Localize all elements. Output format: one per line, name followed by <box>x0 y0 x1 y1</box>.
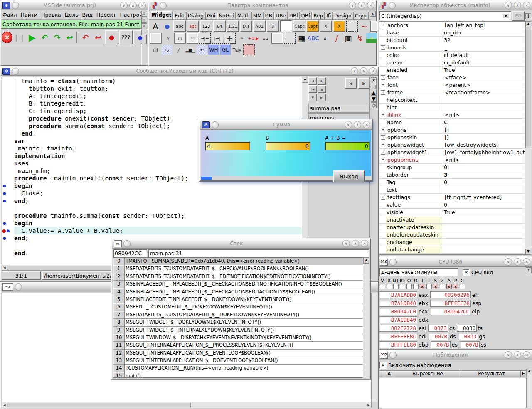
run-to-cursor-button[interactable]: ↶ <box>80 31 91 44</box>
flag-checkbox-I[interactable]: × <box>419 284 426 289</box>
property-value[interactable]: True <box>442 209 525 215</box>
gutter[interactable] <box>2 92 14 100</box>
register-value-cs[interactable]: 0073 <box>428 325 448 332</box>
palette-component-icon[interactable]: + <box>224 33 236 44</box>
palette-component-icon[interactable]: ▫▫ <box>260 33 271 43</box>
gutter[interactable] <box>2 160 14 167</box>
history-button[interactable]: ◀ <box>345 78 357 89</box>
gutter[interactable]: ●● <box>2 227 14 234</box>
register-value-gs[interactable]: 0033 <box>458 333 478 340</box>
nav-button[interactable]: ▲ <box>318 85 326 93</box>
stack-location-field[interactable]: main.pas:31 <box>148 249 369 258</box>
palette-component-icon[interactable]: 64 <box>213 20 226 32</box>
flag-checkbox-V[interactable] <box>379 284 386 289</box>
property-row-optionsskin[interactable]: +optionsskin[] <box>379 134 525 141</box>
scroll-up-icon[interactable]: ▲ <box>370 11 376 17</box>
palette-component-icon[interactable]: ▢ <box>174 33 186 44</box>
property-value[interactable]: cr_default <box>442 59 525 66</box>
window-menu-button[interactable] <box>160 2 167 9</box>
scroll-up-icon[interactable]: ▲ <box>525 21 531 27</box>
value-input[interactable]: 4 <box>205 142 250 150</box>
palette-component-icon[interactable]: 123 <box>200 20 212 32</box>
gutter[interactable]: ● <box>2 190 14 197</box>
property-row-color[interactable]: colorcl_default <box>379 52 525 59</box>
close-button[interactable]: × <box>361 240 368 247</box>
expand-icon[interactable]: + <box>381 143 385 147</box>
register-value-ss[interactable]: 007B <box>460 341 480 348</box>
palette-component-icon[interactable]: abc <box>187 20 199 32</box>
minimize-button[interactable]: ∨ <box>345 121 352 128</box>
flag-checkbox-D[interactable] <box>412 284 419 289</box>
register-value-ebx[interactable]: B7A1DB40 <box>379 300 417 307</box>
maximize-button[interactable]: ∧ <box>514 351 521 359</box>
stack-address-field[interactable]: 080942CC <box>113 249 147 258</box>
inspector-spinner[interactable]: ↕ <box>525 13 531 19</box>
toggle-breakpoint-button[interactable]: ● <box>105 30 118 44</box>
palette-scroll-up[interactable]: ▲ <box>370 11 375 17</box>
code-text[interactable]: A: tintegeredit; <box>14 92 302 100</box>
property-value[interactable]: True <box>442 67 525 73</box>
scroll-right-icon[interactable]: ▶ <box>366 404 371 407</box>
register-value-esi[interactable]: 082F2728 <box>379 325 417 332</box>
property-row-ondeactivate[interactable]: ondeactivate <box>379 254 525 255</box>
property-row-popupmenu[interactable]: +popupmenu<nil> <box>379 156 525 164</box>
stack-frame-row[interactable]: 0TMAINFO__SUMMA(SENDER=0xb7a1db40, this=… <box>113 258 363 265</box>
property-row-visible[interactable]: visibleTrue <box>379 209 525 216</box>
stack-frame-row[interactable]: 2MSEDATAEDITS_TCUSTOMDATAEDIT_$__EDITNOT… <box>113 273 363 281</box>
flag-checkbox-O[interactable] <box>406 284 412 289</box>
expand-icon[interactable]: + <box>381 150 385 155</box>
gutter[interactable] <box>2 77 14 85</box>
property-row-onchange[interactable]: onchange <box>379 239 525 246</box>
property-row-hint[interactable]: hint <box>379 104 525 111</box>
menu-Найти[interactable]: Найти <box>21 12 38 18</box>
step-into-button[interactable]: ↶ <box>39 31 50 44</box>
gutter[interactable] <box>2 249 14 257</box>
palette-component-icon[interactable]: WH <box>208 45 219 55</box>
palette-component-icon[interactable]: ● <box>162 21 172 31</box>
code-text[interactable]: tbutton_exit: tbutton; <box>14 85 302 92</box>
palette-component-icon[interactable]: A01 <box>253 20 266 32</box>
watches-titlebar[interactable]: ??? Наблюдения ∨∧× <box>378 350 532 360</box>
menu-Файл[interactable]: Файл <box>2 12 17 18</box>
cpu-titlebar[interactable]: 010 CPU I386 ∨∧× <box>378 257 532 267</box>
scroll-thumb[interactable] <box>7 403 191 407</box>
window-menu-button[interactable] <box>389 2 396 9</box>
nav-button[interactable]: |◀ <box>308 85 317 93</box>
property-value[interactable]: C <box>442 119 525 126</box>
property-value[interactable]: <nil> <box>443 112 525 118</box>
cpu-scroll[interactable]: ↕ <box>526 267 531 273</box>
watch-column-Выражение[interactable]: Выражение <box>393 370 462 377</box>
flag-checkbox-A[interactable]: × <box>446 284 452 289</box>
flag-checkbox-S[interactable]: × <box>432 284 439 289</box>
stack-frame-row[interactable]: 3MSEINPLACEEDIT_TINPLACEEDIT_$__CHECKACT… <box>113 281 363 288</box>
property-row-Tag[interactable]: Tag0 <box>379 179 525 186</box>
palette-component-icon[interactable]: GL <box>220 45 231 55</box>
property-row-font[interactable]: +font<parent> <box>379 81 525 89</box>
gutter[interactable] <box>2 204 14 212</box>
nav-button[interactable]: ▶| <box>318 94 326 101</box>
gutter[interactable] <box>2 152 14 160</box>
property-row-cursor[interactable]: cursorcr_default <box>379 59 525 67</box>
palette-tab-rep[interactable]: Rep <box>312 12 325 19</box>
scroll-left-icon[interactable]: ◀ <box>2 404 7 407</box>
property-row-face[interactable]: +face<tface> <box>379 74 525 81</box>
palette-component-icon[interactable]: ∕∕ <box>163 33 173 43</box>
palette-component-icon[interactable]: ≡ <box>236 33 247 43</box>
minimize-button[interactable]: ∨ <box>505 258 512 266</box>
register-value-eax[interactable]: B7A1ADD0 <box>379 291 417 298</box>
gutter[interactable] <box>2 242 14 249</box>
palette-component-icon[interactable] <box>243 44 255 55</box>
editor-titlebar[interactable]: ❄ Сообщения,Исходный код (Ctrl+F1) ∨∧× <box>1 67 378 76</box>
palette-tab-dialog[interactable]: Dialog <box>186 12 205 19</box>
palette-tab-widget[interactable]: Widget <box>150 11 173 19</box>
palette-component-icon[interactable]: ╱ <box>173 45 184 55</box>
gutter[interactable]: ● <box>2 219 14 227</box>
mini-diamond-icon[interactable]: ◇ <box>141 17 147 23</box>
code-text[interactable]: procedure tmainfo.summa(const sender: TO… <box>14 212 302 219</box>
main-close-pane-icon[interactable]: × <box>141 23 147 29</box>
evaluate-button[interactable]: ??? <box>119 30 133 44</box>
terminal-vertical-scrollbar[interactable] <box>371 293 377 402</box>
palette-component-icon[interactable] <box>271 33 283 44</box>
scroll-thumb[interactable] <box>525 27 531 148</box>
enable-watches-checkbox[interactable]: × Включить наблюдения <box>379 362 531 369</box>
